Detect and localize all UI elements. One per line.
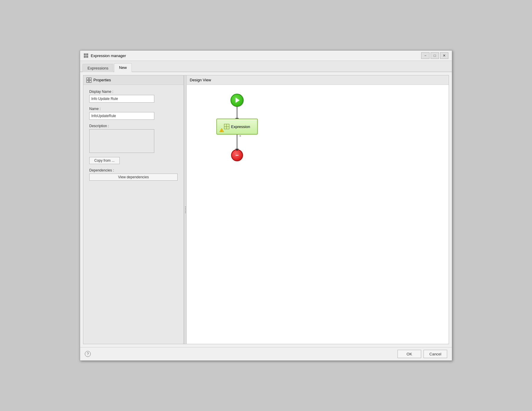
properties-header: Properties [83, 75, 184, 85]
title-bar-left: Expression manager [84, 53, 126, 58]
left-panel: Properties Display Name : Name : Descrip… [83, 75, 184, 344]
start-node[interactable] [231, 94, 244, 107]
panel-splitter[interactable] [184, 75, 187, 344]
name-label: Name : [89, 107, 178, 111]
splitter-dot-4 [185, 211, 186, 212]
expression-node[interactable]: Expression ! [216, 119, 258, 135]
right-panel: Design View [187, 75, 449, 344]
tab-expressions[interactable]: Expressions [82, 64, 113, 72]
design-canvas[interactable]: Expression ! ✕ [187, 85, 449, 344]
title-bar: Expression manager − □ ✕ [80, 51, 452, 61]
properties-body: Display Name : Name : Description : Copy… [83, 85, 184, 344]
copy-from-button[interactable]: Copy from ... [89, 157, 120, 164]
bottom-bar: ? OK Cancel [80, 347, 452, 360]
copy-from-section: Copy from ... [89, 157, 178, 164]
minimize-button[interactable]: − [421, 52, 429, 59]
arrow-expression-to-end [237, 135, 237, 149]
svg-rect-7 [89, 80, 91, 82]
svg-rect-0 [84, 54, 86, 55]
small-x-marker: ✕ [239, 135, 241, 137]
cancel-button[interactable]: Cancel [424, 350, 447, 358]
expression-node-icon [224, 124, 229, 129]
svg-rect-3 [86, 56, 88, 58]
app-icon [84, 53, 88, 58]
svg-text:!: ! [221, 130, 222, 132]
name-field-group: Name : [89, 107, 178, 120]
svg-rect-6 [87, 80, 89, 82]
tab-new[interactable]: New [114, 63, 132, 72]
svg-rect-2 [84, 56, 86, 58]
content-area: Properties Display Name : Name : Descrip… [80, 72, 452, 347]
splitter-dot-5 [185, 212, 186, 213]
arrow-start-to-expression [237, 107, 237, 119]
grid-cell-1 [224, 124, 227, 127]
expression-node-label: Expression [231, 124, 250, 129]
display-name-label: Display Name : [89, 90, 178, 94]
design-view-label: Design View [190, 78, 211, 82]
name-input[interactable] [89, 112, 154, 120]
description-label: Description : [89, 124, 178, 128]
svg-rect-1 [86, 54, 88, 55]
flow-container: Expression ! ✕ [216, 94, 258, 161]
tab-bar: Expressions New [80, 61, 452, 72]
grid-cell-3 [224, 127, 227, 129]
main-panel: Properties Display Name : Name : Descrip… [83, 75, 449, 344]
svg-rect-5 [89, 78, 91, 80]
window-title: Expression manager [91, 54, 126, 58]
dependencies-label: Dependencies : [89, 168, 178, 172]
design-view-header: Design View [187, 75, 449, 85]
expression-manager-dialog: Expression manager − □ ✕ Expressions New [80, 50, 452, 361]
grid-cell-2 [227, 124, 229, 127]
help-button[interactable]: ? [85, 351, 91, 357]
view-dependencies-button[interactable]: View dependencies [89, 174, 178, 181]
warning-badge: ! [219, 128, 224, 133]
maximize-button[interactable]: □ [431, 52, 439, 59]
arrow-wrapper: ✕ [237, 135, 237, 149]
title-controls: − □ ✕ [421, 52, 448, 59]
dependencies-field-group: Dependencies : View dependencies [89, 168, 178, 181]
bottom-buttons: OK Cancel [398, 350, 447, 358]
properties-icon [86, 77, 92, 83]
close-button[interactable]: ✕ [440, 52, 448, 59]
svg-rect-4 [87, 78, 89, 80]
splitter-dot-3 [185, 209, 186, 210]
properties-header-label: Properties [93, 78, 111, 82]
description-field-group: Description : [89, 124, 178, 153]
display-name-input[interactable] [89, 95, 154, 103]
splitter-dot-1 [185, 206, 186, 207]
end-node[interactable] [231, 149, 243, 161]
expression-grid-icon [224, 124, 229, 129]
ok-button[interactable]: OK [398, 350, 421, 358]
display-name-field-group: Display Name : [89, 90, 178, 103]
splitter-dot-2 [185, 208, 186, 209]
description-textarea[interactable] [89, 129, 154, 153]
grid-cell-4 [227, 127, 229, 129]
